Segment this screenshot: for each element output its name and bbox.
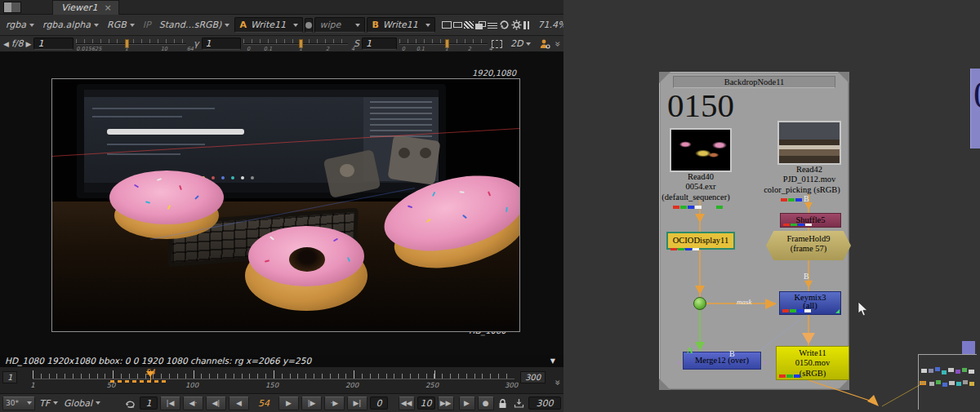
minimap-viewport-corner bbox=[918, 354, 977, 410]
out-point-field[interactable]: 0 bbox=[370, 396, 388, 410]
range-start-field[interactable]: 1 bbox=[2, 371, 17, 383]
play-button[interactable]: ▶ bbox=[278, 396, 299, 410]
timeline-filter-dropdown[interactable]: TF bbox=[38, 398, 60, 409]
input-chevron-left-icon: ‹ bbox=[677, 354, 680, 370]
gain-input[interactable]: 1 bbox=[33, 38, 73, 50]
node-read42[interactable]: Read42 PJD_0112.mov color_picking (sRGB) bbox=[777, 121, 841, 195]
step-back-button[interactable]: ◀| bbox=[206, 396, 226, 410]
caret-down-icon bbox=[225, 24, 229, 27]
jump-back-button[interactable]: ◀◀ bbox=[399, 396, 415, 410]
node-file: PJD_0112.mov bbox=[777, 175, 841, 184]
channel-strip bbox=[670, 248, 699, 250]
play-backward-button[interactable]: ◀ bbox=[229, 396, 249, 410]
channel-strip bbox=[782, 309, 811, 312]
node-label: FrameHold9 bbox=[766, 234, 851, 244]
gear-icon[interactable] bbox=[511, 18, 522, 33]
pane-split-icon[interactable] bbox=[3, 2, 21, 13]
frame-increment-field[interactable]: 10 bbox=[417, 396, 435, 410]
node-shuffle5[interactable]: Shuffle5 bbox=[780, 213, 841, 228]
overlay-windows-icon[interactable] bbox=[475, 18, 486, 33]
node-label: Read40 bbox=[670, 172, 732, 182]
node-merge12[interactable]: Merge12 (over) ‹ › bbox=[683, 352, 761, 370]
saturation-input[interactable]: 1 bbox=[362, 38, 397, 50]
minimap-backdrop bbox=[962, 341, 975, 354]
tab-viewer1[interactable]: Viewer1× bbox=[52, 0, 119, 15]
alpha-dropdown[interactable]: rgba.alpha bbox=[39, 18, 102, 32]
frame-range-dropdown[interactable]: Global bbox=[62, 398, 102, 409]
caret-down-icon bbox=[130, 24, 135, 27]
pause-icon[interactable] bbox=[523, 18, 529, 33]
node-ociodisplay11[interactable]: OCIODisplay11 bbox=[666, 232, 735, 250]
gamma-slider[interactable]: 0 0.1 1 2 4 bbox=[243, 38, 348, 51]
flipbook-button[interactable]: ▶ bbox=[459, 396, 475, 410]
fstop-down-icon[interactable]: ◀ bbox=[3, 40, 9, 48]
timeline[interactable]: 1 54 1 50 100 150 200 250 300 300 » bbox=[0, 367, 564, 394]
gain-slider[interactable]: 0.015625 1 10 64 bbox=[76, 38, 186, 51]
node-keymix3[interactable]: Keymix3 (all) bbox=[779, 291, 841, 315]
viewer-status-bar: HD_1080 1920x1080 bbox: 0 0 1920 1080 ch… bbox=[0, 355, 564, 367]
cache-marks bbox=[110, 380, 169, 383]
timeline-more-icon[interactable]: » bbox=[551, 379, 563, 385]
colorspace-dropdown[interactable]: Stand…sRGB) bbox=[156, 18, 234, 32]
prop-mold bbox=[388, 135, 441, 185]
wipe-mode-dropdown[interactable]: wipe bbox=[314, 17, 365, 33]
fstop-up-icon[interactable]: ▶ bbox=[26, 40, 32, 48]
node-framehold9[interactable]: FrameHold9 (frame 57) bbox=[766, 231, 851, 260]
distant-node-cluster[interactable] bbox=[915, 349, 980, 412]
b-wire-label: B bbox=[804, 272, 809, 281]
goto-end-button[interactable]: ▶| bbox=[347, 396, 368, 410]
collapse-icon[interactable]: ▼ bbox=[550, 357, 555, 365]
export-range-icon[interactable] bbox=[512, 396, 526, 410]
view-mode-dropdown[interactable]: 2D bbox=[507, 37, 534, 51]
refresh-icon[interactable] bbox=[499, 18, 510, 33]
donut-left bbox=[109, 171, 224, 241]
loop-mode-icon[interactable] bbox=[123, 396, 137, 410]
in-point-field[interactable]: 1 bbox=[140, 396, 158, 410]
range-end-field[interactable]: 300 bbox=[520, 371, 546, 383]
gamma-input[interactable]: 1 bbox=[202, 38, 241, 50]
node-dot[interactable] bbox=[693, 297, 706, 310]
saturation-slider[interactable]: 0 0.1 1 2 4 bbox=[399, 38, 488, 51]
node-note: color_picking (sRGB) bbox=[763, 185, 841, 195]
node-file: 0054.exr bbox=[670, 182, 732, 192]
caret-down-icon bbox=[53, 401, 58, 405]
wipe-center-toggle[interactable] bbox=[305, 18, 313, 33]
channel-strip bbox=[783, 224, 812, 226]
resolution-overlay: 1920,1080 bbox=[472, 69, 516, 78]
node-read40[interactable]: Read40 0054.exr (default_sequencer) bbox=[670, 128, 732, 202]
jump-forward-button[interactable]: ▶▶ bbox=[438, 396, 454, 410]
current-frame-field[interactable]: 54 bbox=[252, 396, 276, 410]
channels-dropdown[interactable]: rgba bbox=[2, 18, 38, 32]
step-forward-button[interactable]: |▶ bbox=[301, 396, 322, 410]
close-icon[interactable]: × bbox=[104, 2, 111, 13]
viewer-panel: Viewer1× rgba rgba.alpha RGB IP Stand…sR… bbox=[0, 0, 564, 412]
image-frame bbox=[51, 78, 520, 332]
exposure-toolbar: ◀ f/8 ▶ 1 0.015625 1 10 64 γ 1 0 0.1 1 2… bbox=[0, 36, 564, 52]
caret-down-icon bbox=[425, 24, 430, 27]
record-button[interactable]: ● bbox=[478, 396, 494, 410]
more-controls-icon[interactable]: » bbox=[551, 41, 563, 47]
scanline-icon[interactable] bbox=[488, 18, 497, 33]
person-gear-icon[interactable] bbox=[537, 37, 551, 51]
prev-keyframe-button[interactable]: ◀· bbox=[183, 396, 203, 410]
input-process-toggle[interactable]: IP bbox=[140, 18, 154, 32]
b-wire-label: B bbox=[804, 194, 809, 203]
format-mask-icon[interactable] bbox=[453, 18, 462, 33]
caret-down-icon bbox=[355, 24, 360, 27]
a-source-dropdown[interactable]: A Write11 bbox=[234, 17, 303, 33]
playback-end-field[interactable]: 300 bbox=[528, 396, 561, 410]
b-source-dropdown[interactable]: B Write11 bbox=[367, 17, 435, 33]
next-keyframe-button[interactable]: ·▶ bbox=[324, 396, 345, 410]
tab-label: Viewer1 bbox=[61, 2, 97, 13]
gate-display-icon[interactable] bbox=[442, 18, 452, 33]
zebra-stripes-icon[interactable] bbox=[464, 18, 474, 33]
timeline-ruler[interactable]: 54 1 50 100 150 200 250 300 bbox=[33, 370, 514, 392]
display-channel-dropdown[interactable]: RGB bbox=[104, 18, 138, 32]
lock-range-icon[interactable] bbox=[497, 396, 510, 410]
fps-dropdown[interactable]: 30* bbox=[2, 396, 35, 410]
goto-start-button[interactable]: |◀ bbox=[160, 396, 180, 410]
viewer-canvas[interactable]: 1920,1080 HD_1080 bbox=[0, 52, 564, 355]
node-graph-panel[interactable]: BackdropNode11 0150 bbox=[564, 0, 980, 412]
node-write11[interactable]: Write11 0150.mov (sRGB) bbox=[776, 346, 849, 380]
partial-backdrop[interactable]: 0 bbox=[970, 69, 980, 148]
